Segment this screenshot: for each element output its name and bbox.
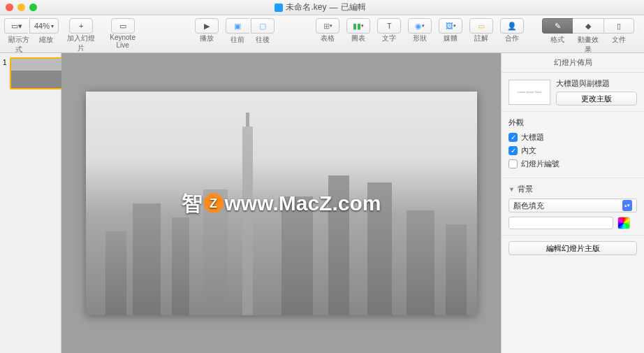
format-label: 格式 (542, 35, 573, 55)
add-slide-button[interactable]: + (69, 18, 93, 34)
add-slide-label: 加入幻燈片 (64, 34, 98, 53)
background-color-well[interactable] (508, 217, 613, 229)
layer-backward-icon: ▢ (259, 22, 266, 31)
document-icon: ▯ (617, 22, 621, 31)
animate-label: 動畫效果 (573, 35, 603, 55)
media-button[interactable]: 🖼▾ (439, 18, 462, 34)
background-title[interactable]: ▼ 背景 (508, 184, 637, 194)
watermark-prefix: 智 (182, 189, 203, 217)
slide-thumbnail-1[interactable] (10, 57, 63, 89)
minimize-window-button[interactable] (17, 3, 25, 11)
media-icon: 🖼 (446, 22, 453, 30)
body-checkbox[interactable]: ✓ (508, 146, 518, 155)
slidenum-checkbox-row[interactable]: 幻燈片編號 (508, 159, 637, 169)
zoom-label: 縮放 (34, 35, 59, 55)
master-thumb-text: Lorem Ipsum Dolor (518, 90, 541, 94)
window-status: 已編輯 (341, 1, 366, 13)
edit-master-button[interactable]: 編輯幻燈片主版 (508, 241, 637, 255)
title-checkbox[interactable]: ✓ (508, 133, 518, 142)
layer-forward-icon: ▣ (234, 22, 241, 31)
broadcast-icon: ▭ (119, 22, 126, 31)
master-section: Lorem Ipsum Dolor 大標題與副標題 更改主版 (502, 73, 644, 112)
comment-button[interactable]: ▭ (469, 18, 493, 34)
watermark-url: www.MacZ.com (225, 192, 381, 215)
plus-icon: + (79, 22, 83, 30)
play-label: 播放 (194, 34, 219, 43)
title-checkbox-label: 大標題 (521, 132, 544, 143)
play-button[interactable]: ▶ (195, 18, 219, 34)
toolbar: ▭▾ 44%▾ 顯示方式 縮放 + 加入幻燈片 ▭ Keynote Live ▶… (0, 15, 644, 53)
play-icon: ▶ (204, 22, 210, 31)
fill-type-value: 顏色填充 (513, 201, 544, 211)
comment-label: 註解 (469, 34, 494, 43)
watermark-text: 智 Z www.MacZ.com (182, 189, 381, 217)
body-checkbox-row[interactable]: ✓ 內文 (508, 145, 637, 156)
chart-label: 圖表 (346, 34, 371, 43)
zoom-dropdown[interactable]: 44%▾ (29, 18, 59, 34)
disclosure-triangle-icon[interactable]: ▼ (508, 186, 515, 193)
fill-type-select[interactable]: 顏色填充 ▴▾ (508, 199, 637, 212)
appearance-section: 外觀 ✓ 大標題 ✓ 內文 幻燈片編號 (502, 112, 644, 178)
slidenum-checkbox[interactable] (508, 159, 518, 168)
slidenum-checkbox-label: 幻燈片編號 (521, 159, 559, 169)
title-separator: — (330, 3, 338, 13)
text-button[interactable]: T (377, 18, 401, 34)
window-filename: 未命名.key (286, 1, 326, 13)
background-title-text: 背景 (518, 184, 533, 194)
thumbnail-preview (11, 59, 61, 88)
slide-navigator[interactable]: 1 (0, 53, 61, 353)
watermark-logo-icon: Z (204, 194, 224, 213)
color-picker-button[interactable] (617, 217, 630, 229)
diamond-icon: ◆ (585, 22, 591, 31)
keynote-live-label: Keynote Live (103, 34, 142, 49)
keynote-live-button[interactable]: ▭ (111, 18, 135, 34)
brush-icon: ✎ (555, 22, 561, 31)
master-thumbnail[interactable]: Lorem Ipsum Dolor (508, 80, 550, 105)
view-icon: ▭▾ (11, 22, 22, 31)
title-checkbox-row[interactable]: ✓ 大標題 (508, 132, 637, 143)
zoom-window-button[interactable] (29, 3, 37, 11)
main-area: 1 智 Z www.MacZ.com 幻燈片佈局 (0, 53, 644, 353)
forward-label: 往前 (225, 35, 250, 45)
window-titlebar: 未命名.key — 已編輯 (0, 0, 644, 15)
inspector-panel-title: 幻燈片佈局 (502, 53, 644, 73)
document-tab[interactable]: ▯ (603, 18, 634, 34)
table-label: 表格 (315, 34, 340, 43)
slide-canvas[interactable]: 智 Z www.MacZ.com (61, 53, 501, 353)
view-label: 顯示方式 (4, 35, 34, 55)
edit-master-section: 編輯幻燈片主版 (502, 236, 644, 261)
table-icon: ⊞ (323, 22, 330, 31)
chart-icon: ▮▮ (353, 22, 361, 31)
keynote-doc-icon (275, 3, 283, 12)
change-master-button[interactable]: 更改主版 (556, 92, 637, 106)
collaborate-button[interactable]: 👤 (500, 18, 524, 34)
traffic-lights (6, 3, 37, 11)
table-button[interactable]: ⊞▾ (316, 18, 339, 34)
slide-number: 1 (3, 59, 7, 66)
forward-button[interactable]: ▣ (226, 18, 249, 34)
format-tab[interactable]: ✎ (542, 18, 573, 34)
body-checkbox-label: 內文 (521, 145, 536, 156)
chart-button[interactable]: ▮▮▾ (346, 18, 370, 34)
close-window-button[interactable] (6, 3, 13, 11)
animate-tab[interactable]: ◆ (573, 18, 603, 34)
background-section: ▼ 背景 顏色填充 ▴▾ (502, 178, 644, 236)
format-inspector: 幻燈片佈局 Lorem Ipsum Dolor 大標題與副標題 更改主版 外觀 … (501, 53, 644, 353)
backward-button[interactable]: ▢ (251, 18, 275, 34)
view-mode-button[interactable]: ▭▾ (4, 18, 28, 34)
master-name: 大標題與副標題 (556, 78, 637, 89)
shape-button[interactable]: ◉▾ (408, 18, 432, 34)
collaborate-label: 合作 (499, 34, 525, 43)
chevron-down-icon: ▾ (51, 23, 54, 29)
select-stepper-icon: ▴▾ (622, 200, 632, 211)
media-label: 媒體 (438, 34, 463, 43)
chevron-down-icon: ▾ (422, 23, 425, 29)
document-label: 文件 (603, 35, 634, 55)
shape-icon: ◉ (415, 22, 422, 31)
text-label: 文字 (376, 34, 402, 43)
zoom-value: 44% (34, 22, 50, 30)
person-icon: 👤 (507, 22, 517, 31)
slide-content[interactable]: 智 Z www.MacZ.com (86, 92, 477, 315)
shape-label: 形狀 (407, 34, 432, 43)
appearance-title: 外觀 (508, 117, 637, 128)
